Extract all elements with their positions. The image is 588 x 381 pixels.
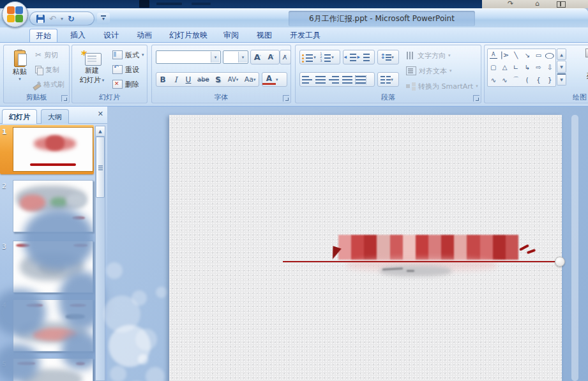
qat-customize-button[interactable]: ▾ xyxy=(97,13,110,24)
arc-shape-icon[interactable]: ⌒ xyxy=(510,74,522,86)
grow-font-button[interactable]: Aˆ xyxy=(251,51,264,63)
arrow-shape-icon[interactable]: ↘ xyxy=(522,49,533,61)
tab-view[interactable]: 视图 xyxy=(250,29,278,42)
shrink-font-button[interactable]: Aˇ xyxy=(264,51,278,63)
align-text-button[interactable]: 对齐文本 ▾ xyxy=(404,64,454,77)
change-case-button[interactable]: Aa▾ xyxy=(241,73,259,86)
align-right-button[interactable] xyxy=(327,73,340,86)
font-color-icon: A xyxy=(262,74,276,85)
layout-button[interactable]: 版式 ▾ xyxy=(110,49,146,61)
font-size-combo[interactable]: ▾ xyxy=(223,50,248,64)
left-brace-shape-icon[interactable]: { xyxy=(533,74,545,86)
line-shape-icon[interactable]: ╲ xyxy=(510,49,522,61)
slide-area-scrollbar[interactable] xyxy=(571,115,578,381)
redo-button[interactable]: ↻ xyxy=(68,15,75,23)
right-brace-shape-icon[interactable]: } xyxy=(544,74,555,86)
align-left-button[interactable] xyxy=(300,73,313,86)
columns-button[interactable]: ▾ xyxy=(377,72,399,87)
vertical-textbox-icon[interactable]: A xyxy=(501,52,508,59)
bullets-button[interactable]: ▾ xyxy=(300,51,318,63)
chevron-down-icon: ▾ xyxy=(19,77,21,82)
tab-review[interactable]: 审阅 xyxy=(217,29,245,42)
tab-slides-thumbnails[interactable]: 幻灯片 xyxy=(2,109,37,124)
numbering-button[interactable]: ▾ xyxy=(318,51,336,63)
font-color-button[interactable]: A ▾ xyxy=(262,72,287,87)
copy-button[interactable]: 复制 xyxy=(33,63,61,76)
new-slide-button[interactable]: * 新建 幻灯片 ▾ xyxy=(76,50,108,85)
slide-thumbnail-1[interactable] xyxy=(13,127,93,172)
dialog-launcher-icon[interactable] xyxy=(61,95,68,101)
tab-outline[interactable]: 大纲 xyxy=(41,109,69,124)
elbow-connector-icon[interactable]: ∟ xyxy=(510,61,522,73)
office-button[interactable] xyxy=(2,1,28,27)
paste-button[interactable]: 粘贴 ▾ xyxy=(7,49,33,82)
right-arrow-shape-icon[interactable]: ⇨ xyxy=(533,61,545,73)
distribute-button[interactable] xyxy=(354,73,367,86)
convert-smartart-button[interactable]: 转换为 SmartArt ▾ xyxy=(404,80,480,93)
curve-shape-icon[interactable]: ( xyxy=(522,74,533,86)
censor-blob xyxy=(61,331,100,370)
textbox-icon[interactable]: A xyxy=(490,52,497,59)
shapes-gallery[interactable]: A A ╲ ↘ ▭ ◯ ▢ △ ∟ ↳ ⇨ ⇩ ∿ ∿ ⌒ ( { } xyxy=(487,49,556,87)
triangle-shape-icon[interactable]: △ xyxy=(499,61,511,73)
character-spacing-button[interactable]: AV▾ xyxy=(225,73,242,86)
undo-dropdown-icon[interactable]: ▾ xyxy=(61,16,63,22)
title-underline[interactable] xyxy=(283,261,561,262)
tab-insert[interactable]: 插入 xyxy=(64,29,92,42)
office-logo-icon xyxy=(7,6,15,14)
justify-button[interactable] xyxy=(340,73,354,86)
rounded-rectangle-shape-icon[interactable]: ▢ xyxy=(488,61,499,73)
workspace xyxy=(107,107,588,381)
selection-handle[interactable] xyxy=(555,257,565,267)
tab-home[interactable]: 开始 xyxy=(29,29,57,42)
dialog-launcher-icon[interactable] xyxy=(283,95,289,101)
pane-scrollbar[interactable]: ▲ xyxy=(95,126,105,381)
delete-button[interactable]: 删除 xyxy=(110,78,141,91)
arrange-button[interactable]: 排 列 ▾ xyxy=(573,48,588,90)
underline-button[interactable]: U xyxy=(182,73,195,86)
redacted-slide-title[interactable] xyxy=(338,235,518,260)
elbow-arrow-connector-icon[interactable]: ↳ xyxy=(522,61,533,73)
increase-indent-button[interactable] xyxy=(357,51,370,63)
undo-button[interactable]: ↶ xyxy=(49,15,56,23)
scribble-shape-icon[interactable]: ∿ xyxy=(499,74,511,86)
decrease-indent-button[interactable] xyxy=(343,51,357,63)
redaction-artifact xyxy=(527,249,536,255)
scroll-down-button[interactable]: ▼ xyxy=(557,61,566,72)
bold-button[interactable]: B xyxy=(156,73,169,86)
chevron-down-icon: ▾ xyxy=(238,52,247,63)
dialog-launcher-icon[interactable] xyxy=(473,95,479,101)
tab-animations[interactable]: 动画 xyxy=(130,29,158,42)
italic-button[interactable]: I xyxy=(169,73,182,86)
bubble-decoration xyxy=(146,367,165,381)
freeform-shape-icon[interactable]: ∿ xyxy=(488,74,499,86)
gallery-more-button[interactable]: ▼ xyxy=(557,73,566,86)
clear-formatting-button[interactable]: A̸ xyxy=(280,50,291,64)
scroll-up-button[interactable]: ▲ xyxy=(557,49,566,60)
format-painter-button[interactable]: 格式刷 xyxy=(31,78,66,91)
save-button[interactable] xyxy=(36,15,45,23)
text-direction-button[interactable]: 文字方向 ▾ xyxy=(404,49,453,62)
strikethrough-button[interactable]: abe xyxy=(195,73,212,86)
redacted-subtitle xyxy=(380,265,451,276)
slide-canvas[interactable] xyxy=(169,115,562,381)
bubble-decoration xyxy=(138,354,148,364)
reset-button[interactable]: 重设 xyxy=(110,63,141,76)
reset-icon xyxy=(112,65,123,74)
background-artifact xyxy=(192,3,211,5)
align-center-button[interactable] xyxy=(313,73,327,86)
scrollbar-thumb[interactable] xyxy=(96,137,105,198)
down-arrow-shape-icon[interactable]: ⇩ xyxy=(544,61,555,73)
font-name-combo[interactable]: ▾ xyxy=(156,50,221,64)
cut-button[interactable]: ✂ 剪切 xyxy=(33,49,60,61)
line-spacing-button[interactable]: ▾ xyxy=(377,50,399,64)
tab-design[interactable]: 设计 xyxy=(97,29,125,42)
group-font: ▾ ▾ Aˆ Aˇ A̸ B I U abe S AV▾ xyxy=(151,45,291,103)
close-icon[interactable]: ✕ xyxy=(98,110,103,118)
text-shadow-button[interactable]: S xyxy=(212,73,225,86)
oval-shape-icon[interactable]: ◯ xyxy=(542,50,557,61)
group-caption-slides: 幻灯片 xyxy=(72,93,147,102)
scroll-up-button[interactable]: ▲ xyxy=(96,126,105,137)
tab-slideshow[interactable]: 幻灯片放映 xyxy=(163,29,213,42)
tab-developer[interactable]: 开发工具 xyxy=(283,29,327,42)
